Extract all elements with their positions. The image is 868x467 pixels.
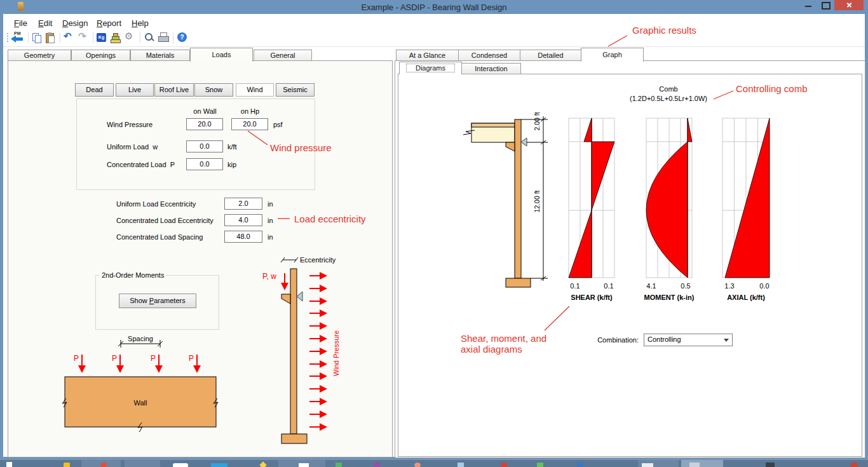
elevation-support bbox=[521, 138, 527, 146]
redo-icon[interactable]: ↷ bbox=[78, 30, 86, 42]
toolbar-grip bbox=[7, 33, 8, 43]
taskbar-icon[interactable] bbox=[766, 463, 775, 467]
tab-materials[interactable]: Materials bbox=[130, 50, 190, 61]
taskbar-icon[interactable] bbox=[64, 463, 70, 467]
loads-diagrams: Spacing P P P P Wall Eccentricity P, w bbox=[8, 60, 391, 456]
annotation-graphic-results: Graphic results bbox=[632, 25, 696, 36]
taskbar-icon[interactable] bbox=[850, 463, 858, 467]
taskbar-icon[interactable] bbox=[689, 463, 700, 467]
pm-units-icon[interactable]: PM bbox=[12, 32, 25, 44]
comb-title: Comb bbox=[659, 85, 677, 93]
menu-edit[interactable]: Edit bbox=[38, 18, 52, 28]
minimize-button[interactable] bbox=[805, 6, 811, 7]
settings-gear-icon[interactable]: ⚙ bbox=[125, 30, 133, 42]
zoom-magnifier-icon[interactable] bbox=[144, 32, 154, 43]
subtab-interaction[interactable]: Interaction bbox=[461, 63, 521, 74]
taskbar-icon[interactable] bbox=[211, 463, 227, 467]
wind-pressure-rotated-label: Wind Pressure bbox=[332, 330, 340, 376]
tab-graph[interactable]: Graph bbox=[581, 48, 644, 62]
taskbar[interactable] bbox=[0, 459, 868, 467]
taskbar-icon[interactable] bbox=[501, 463, 507, 467]
taskbar-icon[interactable] bbox=[259, 461, 266, 467]
paste-icon[interactable] bbox=[45, 32, 55, 43]
shear-title: SHEAR (k/ft) bbox=[571, 294, 613, 301]
annotation-controlling-comb: Controlling comb bbox=[736, 83, 808, 94]
graph-diagrams: Comb (1.2D+0.5L+0.5Lr+1.0W) 2.00 ft 12.0… bbox=[397, 74, 862, 456]
comb-formula: (1.2D+0.5L+0.5Lr+1.0W) bbox=[630, 95, 707, 102]
tab-at-a-glance[interactable]: At a Glance bbox=[396, 50, 459, 61]
axial-right-value: 0.0 bbox=[759, 282, 769, 290]
dim-top: 2.00 ft bbox=[533, 112, 541, 130]
elevation-wall bbox=[515, 119, 521, 278]
copy-icon[interactable] bbox=[32, 33, 42, 43]
chevron-down-icon bbox=[724, 339, 729, 342]
tab-condensed[interactable]: Condensed bbox=[458, 50, 520, 61]
menu-report[interactable]: Report bbox=[97, 18, 121, 28]
subtab-diagrams[interactable]: Diagrams bbox=[399, 62, 462, 74]
materials-stack-icon[interactable] bbox=[110, 32, 120, 43]
kg-units-icon[interactable]: Kg bbox=[97, 33, 106, 42]
tab-geometry[interactable]: Geometry bbox=[8, 50, 71, 61]
print-icon[interactable] bbox=[158, 32, 169, 43]
wall-footing bbox=[281, 434, 307, 443]
axial-title: AXIAL (k/ft) bbox=[727, 294, 765, 301]
eccentricity-label: Eccentricity bbox=[300, 256, 336, 264]
toolbar-separator-line bbox=[3, 46, 865, 47]
svg-text:P: P bbox=[189, 354, 194, 363]
dim-wall: 12.00 ft bbox=[533, 190, 541, 212]
moment-left-value: 4.1 bbox=[646, 282, 656, 290]
taskbar-icon[interactable] bbox=[577, 463, 583, 467]
taskbar-icon[interactable] bbox=[100, 463, 107, 467]
svg-text:P: P bbox=[151, 354, 156, 363]
svg-text:P: P bbox=[74, 354, 79, 363]
pw-label: P, w bbox=[262, 272, 276, 281]
close-button[interactable] bbox=[834, 0, 864, 10]
taskbar-icon[interactable] bbox=[537, 463, 543, 467]
moment-right-value: 0.5 bbox=[681, 282, 690, 290]
help-icon[interactable]: ? bbox=[177, 32, 187, 42]
window-title: Example - ASDIP - Bearing Wall Design bbox=[0, 3, 868, 12]
tab-general[interactable]: General bbox=[254, 50, 312, 61]
tab-detailed[interactable]: Detailed bbox=[520, 50, 581, 61]
annotation-diagrams: Shear, moment, andaxial diagrams bbox=[461, 333, 546, 355]
tab-openings[interactable]: Openings bbox=[71, 50, 130, 61]
annotation-load-eccentricity: Load eccentricity bbox=[294, 213, 366, 224]
shear-left-value: 0.1 bbox=[570, 282, 580, 290]
window-border-left bbox=[0, 14, 3, 459]
tab-loads[interactable]: Loads bbox=[190, 48, 253, 62]
taskbar-icon[interactable] bbox=[336, 463, 342, 467]
wall-elevation bbox=[290, 269, 297, 434]
menu-help[interactable]: Help bbox=[132, 18, 149, 28]
shear-right-value: 0.1 bbox=[604, 282, 613, 290]
axial-left-value: 1.3 bbox=[724, 282, 734, 290]
wall-plan-label: Wall bbox=[134, 399, 147, 407]
menu-file[interactable]: File bbox=[14, 18, 27, 28]
moment-title: MOMENT (k-in) bbox=[644, 294, 695, 301]
start-button-icon[interactable] bbox=[6, 462, 12, 467]
taskbar-icon[interactable] bbox=[374, 463, 380, 467]
taskbar-icon[interactable] bbox=[458, 463, 464, 467]
combination-label: Combination: bbox=[572, 336, 639, 344]
elevation-footing bbox=[506, 278, 531, 287]
menu-design[interactable]: Design bbox=[62, 18, 88, 28]
support-triangle bbox=[297, 292, 302, 301]
combination-select[interactable]: Controlling bbox=[644, 334, 733, 346]
svg-text:P: P bbox=[112, 354, 117, 363]
taskbar-icon[interactable] bbox=[299, 463, 309, 467]
maximize-button[interactable] bbox=[822, 2, 831, 10]
spacing-label: Spacing bbox=[128, 335, 153, 342]
taskbar-icon[interactable] bbox=[642, 463, 653, 467]
undo-icon[interactable]: ↶ bbox=[64, 30, 72, 42]
annotation-wind-pressure: Wind pressure bbox=[270, 142, 332, 153]
taskbar-icon[interactable] bbox=[414, 463, 421, 467]
taskbar-icon[interactable] bbox=[173, 463, 188, 467]
